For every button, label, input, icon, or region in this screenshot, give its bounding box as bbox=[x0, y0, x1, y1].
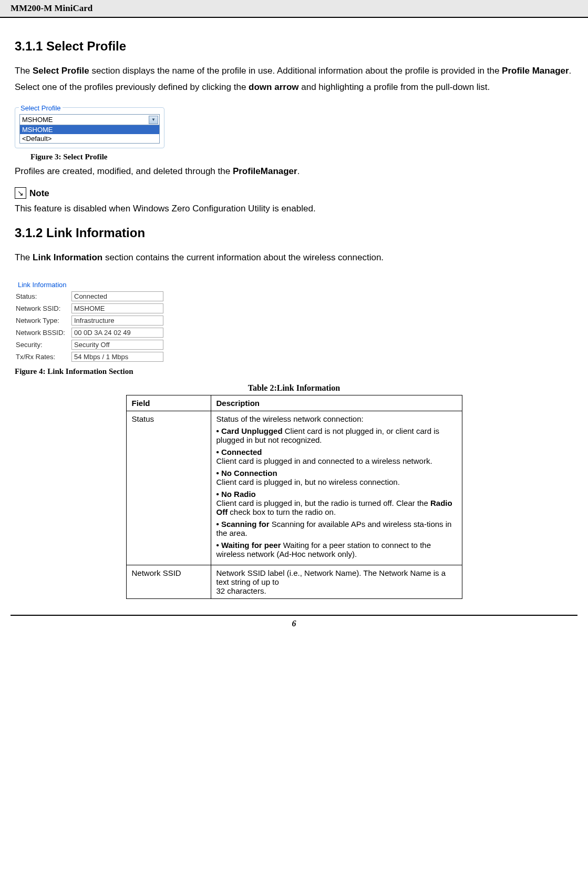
table-header-field: Field bbox=[126, 395, 211, 411]
link-info-status-label: Status: bbox=[15, 291, 71, 301]
link-info-rates-label: Tx/Rx Rates: bbox=[15, 352, 71, 362]
ssid-field-cell: Network SSID bbox=[126, 565, 211, 598]
link-info-status-value: Connected bbox=[71, 291, 163, 301]
note-row: ↘ Note bbox=[15, 187, 573, 199]
table-header-row: Field Description bbox=[126, 395, 462, 411]
link-info-security-value: Security Off bbox=[71, 340, 163, 350]
status-field-cell: Status bbox=[126, 411, 211, 565]
profiles-manager-sentence: Profiles are created, modified, and dele… bbox=[15, 166, 573, 178]
dropdown-selected-value: MSHOME bbox=[22, 116, 53, 124]
link-information-figure: Link Information Status: Connected Netwo… bbox=[15, 280, 167, 362]
link-info-type-label: Network Type: bbox=[15, 316, 71, 326]
section-311-para1: The Select Profile section displays the … bbox=[15, 65, 573, 77]
note-text: This feature is disabled when Windows Ze… bbox=[15, 203, 573, 215]
note-arrow-icon: ↘ bbox=[15, 187, 26, 199]
link-info-security-label: Security: bbox=[15, 340, 71, 350]
note-label: Note bbox=[29, 188, 49, 199]
document-header: MM200-M MiniCard bbox=[0, 0, 588, 18]
dropdown-option-default[interactable]: <Default> bbox=[20, 134, 159, 143]
select-profile-group-label: Select Profile bbox=[19, 104, 63, 112]
select-profile-figure: Select Profile MSHOME ▼ MSHOME <Default> bbox=[15, 99, 573, 148]
link-info-bssid-label: Network BSSID: bbox=[15, 328, 71, 338]
link-info-ssid-label: Network SSID: bbox=[15, 303, 71, 313]
status-description-cell: Status of the wireless network connectio… bbox=[211, 411, 462, 565]
dropdown-option-highlighted[interactable]: MSHOME bbox=[20, 125, 159, 134]
table-header-description: Description bbox=[211, 395, 462, 411]
link-info-type-value: Infrastructure bbox=[71, 316, 163, 326]
page-content: 3.1.1 Select Profile The Select Profile … bbox=[0, 18, 588, 599]
section-312-heading: 3.1.2 Link Information bbox=[15, 226, 573, 240]
ssid-description-cell: Network SSID label (i.e., Network Name).… bbox=[211, 565, 462, 598]
table-row-status: Status Status of the wireless network co… bbox=[126, 411, 462, 565]
link-info-group-label: Link Information bbox=[18, 281, 67, 289]
section-312-para1: The Link Information section contains th… bbox=[15, 252, 573, 264]
link-information-table: Field Description Status Status of the w… bbox=[126, 395, 462, 599]
header-title: MM200-M MiniCard bbox=[11, 3, 92, 13]
link-info-rates-value: 54 Mbps / 1 Mbps bbox=[71, 352, 163, 362]
select-profile-dropdown[interactable]: MSHOME ▼ MSHOME <Default> bbox=[19, 114, 160, 144]
chevron-down-icon[interactable]: ▼ bbox=[149, 116, 158, 124]
link-info-ssid-value: MSHOME bbox=[71, 303, 163, 313]
table-row-network-ssid: Network SSID Network SSID label (i.e., N… bbox=[126, 565, 462, 598]
figure-4-caption: Figure 4: Link Information Section bbox=[15, 367, 573, 376]
table-2-caption: Table 2:Link Information bbox=[15, 383, 573, 393]
section-311-para2: Select one of the profiles previously de… bbox=[15, 82, 573, 94]
section-311-heading: 3.1.1 Select Profile bbox=[15, 39, 573, 54]
figure-3-caption: Figure 3: Select Profile bbox=[30, 153, 573, 161]
page-number: 6 bbox=[0, 616, 588, 639]
link-info-bssid-value: 00 0D 3A 24 02 49 bbox=[71, 328, 163, 338]
